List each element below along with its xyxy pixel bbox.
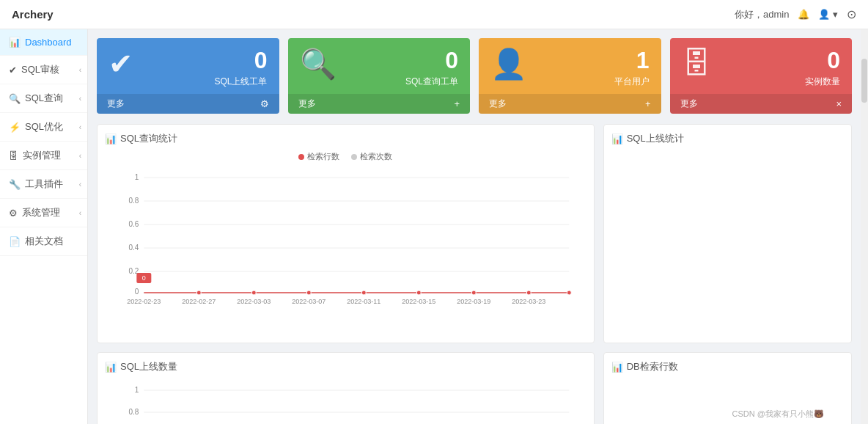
users-more-link[interactable]: 更多 — [489, 98, 507, 110]
bell-icon[interactable]: 🔔 — [798, 9, 809, 20]
svg-text:2022-03-03: 2022-03-03 — [237, 298, 271, 305]
arrow-icon-3: ‹ — [79, 123, 81, 131]
svg-text:2022-02-27: 2022-02-27 — [182, 298, 216, 305]
svg-text:0.4: 0.4 — [128, 244, 139, 252]
main-content: ✔ 0 SQL上线工单 更多 ⚙ 🔍 — [88, 29, 861, 424]
svg-text:2022-03-15: 2022-03-15 — [402, 298, 435, 305]
sql-online-chart-title: SQL上线统计 — [627, 132, 684, 145]
sidebar-item-instance[interactable]: 🗄 实例管理 ‹ — [0, 142, 87, 170]
sidebar-label-sql-audit: SQL审核 — [21, 63, 59, 76]
scrollbar-thumb[interactable] — [861, 59, 867, 103]
docs-icon: 📄 — [9, 236, 21, 247]
sql-online-chart-icon: 📊 — [611, 134, 623, 145]
svg-text:2022-03-11: 2022-03-11 — [347, 298, 380, 305]
sql-online-count-panel: 📊 SQL上线数量 1 0.8 0.6 — [97, 352, 595, 424]
sql-online-label: SQL上线工单 — [214, 76, 267, 88]
user-menu[interactable]: 👤 ▾ — [818, 9, 838, 20]
sidebar-item-tools[interactable]: 🔧 工具插件 ‹ — [0, 170, 87, 199]
sql-query-chart-title: SQL查询统计 — [120, 132, 177, 145]
sql-online-stats-panel: 📊 SQL上线统计 — [603, 124, 852, 343]
sql-online-card-icon: ✔ — [108, 47, 133, 81]
instances-number: 0 — [805, 47, 840, 74]
stat-cards: ✔ 0 SQL上线工单 更多 ⚙ 🔍 — [97, 38, 852, 114]
svg-text:0.8: 0.8 — [128, 197, 139, 205]
sql-query-chart-area: 1 0.8 0.6 0.4 0.2 0 — [105, 167, 586, 335]
sql-online-number: 0 — [214, 47, 267, 74]
sql-audit-icon: ✔ — [9, 65, 17, 76]
svg-point-21 — [416, 290, 421, 295]
svg-point-23 — [526, 290, 531, 295]
users-footer-icon: + — [645, 98, 651, 109]
svg-text:2022-02-23: 2022-02-23 — [127, 298, 161, 305]
instances-card-icon: 🗄 — [682, 47, 711, 80]
sidebar-item-sql-optimize[interactable]: ⚡ SQL优化 ‹ — [0, 113, 87, 142]
legend-dot-red — [298, 154, 304, 160]
sidebar-label-sql-optimize: SQL优化 — [25, 120, 63, 134]
sidebar: 📊 Dashboard ✔ SQL审核 ‹ 🔍 SQL查询 ‹ ⚡ SQL优化 … — [0, 29, 88, 424]
svg-text:1: 1 — [135, 386, 139, 394]
legend-label-rows: 检索行数 — [307, 151, 339, 162]
users-card-icon: 👤 — [490, 47, 527, 81]
stat-card-users: 👤 1 平台用户 更多 + — [479, 38, 661, 114]
sidebar-label-sql-query: SQL查询 — [25, 92, 63, 105]
users-label: 平台用户 — [614, 76, 650, 88]
right-scrollbar[interactable] — [861, 29, 868, 424]
sidebar-item-sql-query[interactable]: 🔍 SQL查询 ‹ — [0, 84, 87, 113]
sidebar-item-docs[interactable]: 📄 相关文档 — [0, 227, 87, 256]
users-number: 1 — [614, 47, 650, 74]
sidebar-label-instance: 实例管理 — [23, 149, 61, 162]
sql-online-count-title: SQL上线数量 — [120, 360, 177, 373]
stat-card-instances: 🗄 0 实例数量 更多 × — [670, 38, 853, 114]
sidebar-label-tools: 工具插件 — [25, 178, 63, 191]
sql-query-chart-icon: 📊 — [105, 134, 117, 145]
charts-row-1: 📊 SQL查询统计 检索行数 检索次数 — [97, 124, 852, 343]
arrow-icon-4: ‹ — [79, 152, 81, 160]
sql-online-more-link[interactable]: 更多 — [107, 98, 125, 110]
db-search-icon: 📊 — [611, 362, 623, 373]
arrow-icon-5: ‹ — [79, 180, 81, 189]
system-icon: ⚙ — [9, 208, 18, 219]
sql-query-card-icon: 🔍 — [300, 47, 336, 81]
stat-card-sql-online: ✔ 0 SQL上线工单 更多 ⚙ — [97, 38, 279, 114]
svg-text:2022-03-07: 2022-03-07 — [292, 298, 326, 305]
svg-text:0.8: 0.8 — [128, 408, 139, 416]
sql-query-stats-panel: 📊 SQL查询统计 检索行数 检索次数 — [97, 124, 595, 343]
sql-online-footer-icon: ⚙ — [260, 98, 269, 109]
instances-more-link[interactable]: 更多 — [680, 98, 698, 110]
sidebar-label-dashboard: Dashboard — [25, 37, 72, 48]
sql-online-count-icon: 📊 — [105, 362, 117, 373]
sql-optimize-icon: ⚡ — [9, 122, 21, 133]
greeting-text: 你好，admin — [735, 8, 789, 21]
legend-label-count: 检索次数 — [360, 151, 392, 162]
dashboard-icon: 📊 — [9, 37, 21, 48]
sql-query-label: SQL查询工单 — [405, 76, 458, 88]
legend-search-count: 检索次数 — [351, 151, 392, 162]
sql-query-more-link[interactable]: 更多 — [298, 98, 316, 110]
sidebar-label-docs: 相关文档 — [25, 235, 63, 248]
sidebar-item-system[interactable]: ⚙ 系统管理 ‹ — [0, 199, 87, 227]
svg-text:0: 0 — [142, 274, 146, 282]
app-title: Archery — [12, 8, 54, 21]
sidebar-label-system: 系统管理 — [22, 206, 60, 219]
svg-point-20 — [361, 290, 366, 295]
tools-icon: 🔧 — [9, 179, 21, 190]
sidebar-item-sql-audit[interactable]: ✔ SQL审核 ‹ — [0, 56, 87, 84]
arrow-icon-6: ‹ — [79, 209, 81, 217]
svg-point-18 — [251, 290, 256, 295]
sql-query-footer-icon: + — [454, 98, 460, 109]
arrow-icon: ‹ — [79, 66, 81, 74]
sql-query-number: 0 — [405, 47, 458, 74]
svg-text:0: 0 — [135, 288, 139, 296]
sidebar-item-dashboard[interactable]: 📊 Dashboard — [0, 29, 87, 56]
instances-label: 实例数量 — [805, 76, 840, 88]
instances-footer-icon: × — [836, 98, 842, 109]
stat-card-sql-query: 🔍 0 SQL查询工单 更多 + — [288, 38, 471, 114]
sql-online-count-area: 1 0.8 0.6 — [105, 379, 586, 424]
sql-online-chart-area — [611, 151, 844, 320]
sql-query-svg: 1 0.8 0.6 0.4 0.2 0 — [105, 167, 586, 313]
svg-text:2022-03-19: 2022-03-19 — [457, 298, 490, 305]
sql-online-count-svg: 1 0.8 0.6 — [105, 379, 586, 424]
svg-text:0.6: 0.6 — [128, 220, 139, 228]
legend-search-rows: 检索行数 — [298, 151, 339, 162]
github-icon[interactable]: ⊙ — [847, 7, 856, 21]
